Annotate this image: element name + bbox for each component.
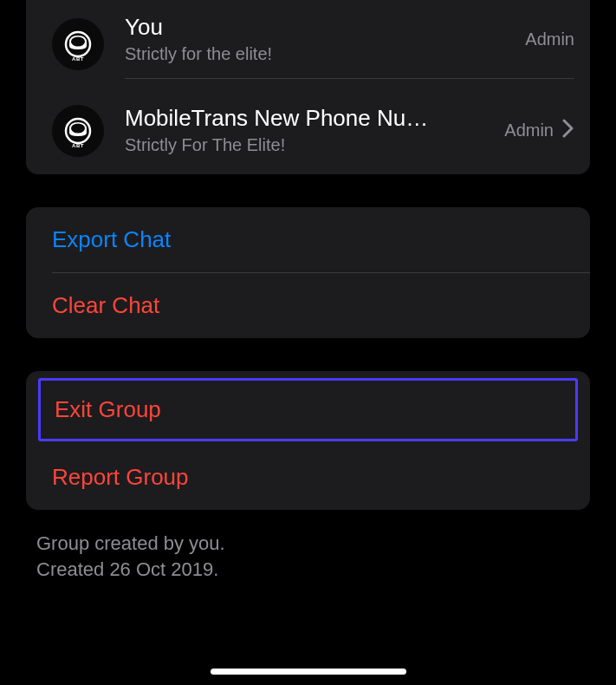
group-created-info: Group created by you. Created 26 Oct 201… <box>36 531 580 584</box>
chevron-right-icon <box>562 119 574 141</box>
export-chat-button[interactable]: Export Chat <box>26 207 590 272</box>
participant-role-badge: Admin <box>525 29 574 49</box>
astronaut-icon <box>64 117 92 145</box>
svg-point-1 <box>71 36 85 46</box>
participants-section: ABT You Strictly for the elite! Admin AB… <box>26 0 590 174</box>
participant-row-mobiletrans[interactable]: ABT MobileTrans New Phone Nu… Strictly F… <box>26 88 590 174</box>
footer-line-2: Created 26 Oct 2019. <box>36 557 580 584</box>
participant-status: Strictly For The Elite! <box>125 135 492 155</box>
avatar-label: ABT <box>72 143 84 148</box>
avatar: ABT <box>52 105 104 157</box>
exit-group-button[interactable]: Exit Group <box>38 378 578 441</box>
chat-actions-section: Export Chat Clear Chat <box>26 207 590 338</box>
avatar: ABT <box>52 18 104 70</box>
participant-name: MobileTrans New Phone Nu… <box>125 105 492 132</box>
group-actions-section: Exit Group Report Group <box>26 371 590 510</box>
participant-role-badge: Admin <box>504 121 554 140</box>
clear-chat-button[interactable]: Clear Chat <box>26 273 590 338</box>
report-group-button[interactable]: Report Group <box>26 445 590 510</box>
svg-point-3 <box>71 124 85 134</box>
astronaut-icon <box>64 30 92 58</box>
avatar-label: ABT <box>72 56 84 62</box>
participant-row-you[interactable]: ABT You Strictly for the elite! Admin <box>26 0 590 88</box>
participant-name: You <box>125 14 513 41</box>
footer-line-1: Group created by you. <box>36 531 580 558</box>
home-indicator[interactable] <box>211 669 406 675</box>
participant-status: Strictly for the elite! <box>125 44 513 64</box>
